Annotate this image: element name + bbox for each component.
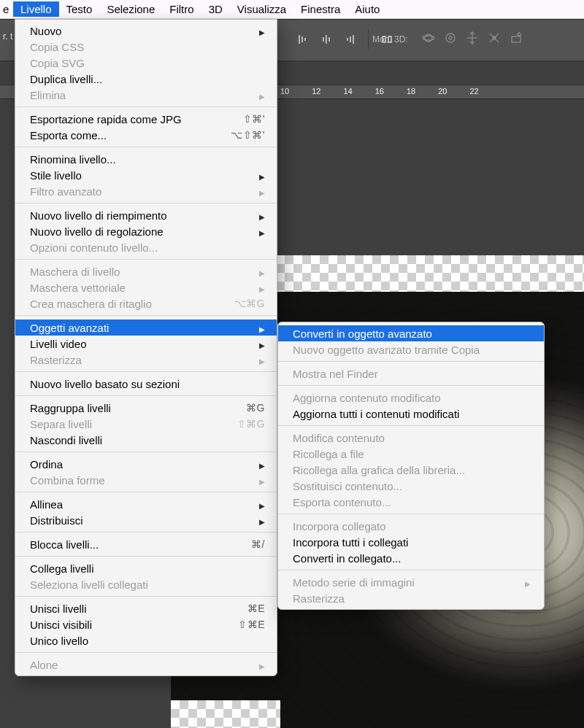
pan-3d-icon[interactable]: [464, 30, 480, 46]
menu-item-shortcut: ⌘E: [247, 603, 265, 614]
submenu-arrow-icon: [258, 25, 265, 37]
menu-item[interactable]: Ordina: [15, 456, 277, 472]
menu-item: Elimina: [15, 87, 277, 103]
menu-item[interactable]: Nuovo livello di riempimento: [15, 207, 277, 223]
menu-item-label: Duplica livelli...: [30, 73, 265, 85]
menu-item-label: Nuovo: [30, 25, 253, 37]
menu-item-shortcut: ⌘/: [251, 538, 265, 550]
menu-item-label: Nuovo livello di regolazione: [30, 225, 253, 238]
menu-item-label: Raggruppa livelli: [30, 402, 246, 414]
menu-item-label: Unico livello: [30, 635, 265, 647]
menu-item: Filtro avanzato: [15, 183, 277, 199]
submenu-item-label: Metodo serie di immagini: [293, 576, 525, 589]
menu-item[interactable]: Esportazione rapida come JPG⇧⌘': [15, 111, 277, 127]
menu-item-label: Maschera di livello: [30, 266, 253, 278]
menubar-item-livello[interactable]: Livello: [13, 1, 59, 17]
submenu-arrow-icon: [258, 282, 265, 294]
menu-item[interactable]: Raggruppa livelli⌘G: [15, 400, 277, 416]
submenu-item: Metodo serie di immagini: [278, 574, 544, 590]
submenu-arrow-icon: [258, 322, 265, 334]
ruler-mark: 20: [438, 87, 447, 96]
menu-item: Maschera vettoriale: [15, 279, 277, 295]
menu-item[interactable]: Collega livelli: [15, 560, 277, 576]
submenu-item: Sostituisci contenuto...: [278, 478, 544, 494]
menu-item-label: Esporta come...: [30, 129, 231, 142]
roll-3d-icon[interactable]: [442, 30, 458, 46]
submenu-item-label: Ricollega a file: [293, 448, 531, 460]
submenu-item[interactable]: Converti in oggetto avanzato: [278, 325, 544, 341]
align-center-icon[interactable]: [318, 31, 334, 47]
submenu-arrow-icon: [258, 89, 265, 101]
menu-item[interactable]: Unico livello: [15, 632, 277, 648]
submenu-arrow-icon: [258, 458, 265, 471]
menubar: e Livello Testo Selezione Filtro 3D Visu…: [0, 0, 584, 19]
menu-item-label: Elimina: [30, 89, 253, 101]
orbit-3d-icon[interactable]: [420, 30, 437, 46]
submenu-item: Incorpora collegato: [278, 518, 544, 534]
menu-item[interactable]: Unisci visibili⇧⌘E: [15, 616, 277, 632]
ruler-mark: 14: [344, 87, 353, 96]
submenu-arrow-icon: [258, 474, 265, 487]
align-left-icon[interactable]: [295, 31, 311, 47]
submenu-item[interactable]: Aggiorna tutti i contenuti modificati: [278, 406, 544, 422]
align-right-icon[interactable]: [342, 31, 358, 47]
submenu-arrow-icon: [258, 209, 265, 222]
menubar-prev-item-tail: e: [3, 1, 13, 17]
menubar-item-testo[interactable]: Testo: [59, 1, 100, 17]
menu-item-shortcut: ⇧⌘G: [237, 418, 265, 430]
submenu-item: Nuovo oggetto avanzato tramite Copia: [278, 341, 544, 357]
submenu-item: Modifica contenuto: [278, 430, 544, 446]
menu-item[interactable]: Allinea: [15, 496, 277, 512]
submenu-item-label: Aggiorna contenuto modificato: [293, 392, 531, 404]
menu-item[interactable]: Nuovo livello di regolazione: [15, 223, 277, 239]
submenu-item-label: Mostra nel Finder: [293, 368, 531, 380]
menubar-item-aiuto[interactable]: Aiuto: [347, 1, 387, 17]
menu-item[interactable]: Rinomina livello...: [15, 151, 277, 167]
menu-item[interactable]: Nascondi livelli: [15, 432, 277, 448]
menu-item-shortcut: ⌘G: [246, 402, 265, 414]
menu-item-label: Combina forme: [30, 474, 253, 487]
menu-item[interactable]: Oggetti avanzati: [15, 320, 277, 336]
menu-item-shortcut: ⌥⌘G: [234, 298, 265, 309]
menu-item-label: Rinomina livello...: [30, 153, 265, 166]
menu-item[interactable]: Nuovo livello basato su sezioni: [15, 376, 277, 392]
menu-item[interactable]: Livelli video: [15, 336, 277, 352]
menu-item-label: Crea maschera di ritaglio: [30, 298, 234, 310]
menu-item: Crea maschera di ritaglio⌥⌘G: [15, 295, 277, 311]
menu-item: Rasterizza: [15, 352, 277, 368]
smart-objects-submenu: Converti in oggetto avanzatoNuovo oggett…: [277, 322, 545, 610]
menu-item[interactable]: Blocca livelli...⌘/: [15, 536, 277, 552]
menu-item-label: Alone: [30, 659, 253, 671]
menu-item-label: Blocca livelli...: [30, 538, 251, 551]
menubar-item-finestra[interactable]: Finestra: [293, 1, 347, 17]
menubar-item-filtro[interactable]: Filtro: [162, 1, 201, 17]
menu-item-label: Allinea: [30, 498, 253, 511]
menu-item-label: Esportazione rapida come JPG: [30, 113, 243, 125]
ruler-mark: 18: [407, 87, 415, 96]
submenu-arrow-icon: [258, 225, 265, 238]
menu-item-label: Unisci visibili: [30, 619, 238, 631]
menu-item[interactable]: Stile livello: [15, 167, 277, 183]
submenu-item: Ricollega a file: [278, 446, 544, 462]
menu-item[interactable]: Nuovo: [15, 23, 277, 39]
svg-point-21: [518, 33, 520, 36]
menu-item-label: Seleziona livelli collegati: [30, 578, 265, 591]
slide-3d-icon[interactable]: [486, 30, 502, 46]
menu-item-label: Separa livelli: [30, 418, 237, 430]
scale-3d-icon[interactable]: [508, 30, 524, 46]
submenu-item[interactable]: Converti in collegato...: [278, 550, 544, 566]
ruler-mark: 12: [312, 87, 320, 96]
menu-item-label: Copia SVG: [30, 57, 265, 69]
submenu-item[interactable]: Incorpora tutti i collegati: [278, 534, 544, 550]
submenu-item-label: Ricollega alla grafica della libreria...: [293, 464, 531, 476]
menu-item[interactable]: Esporta come...⌥⇧⌘': [15, 127, 277, 143]
menubar-item-selezione[interactable]: Selezione: [99, 1, 162, 17]
ruler-mark: 10: [280, 87, 289, 96]
menubar-item-3d[interactable]: 3D: [201, 1, 230, 17]
submenu-item-label: Modifica contenuto: [293, 432, 531, 444]
menu-item[interactable]: Unisci livelli⌘E: [15, 600, 277, 616]
menubar-item-visualizza[interactable]: Visualizza: [230, 1, 293, 17]
menu-item[interactable]: Duplica livelli...: [15, 71, 277, 87]
menu-item[interactable]: Distribuisci: [15, 512, 277, 528]
menu-item-label: Stile livello: [30, 169, 253, 182]
